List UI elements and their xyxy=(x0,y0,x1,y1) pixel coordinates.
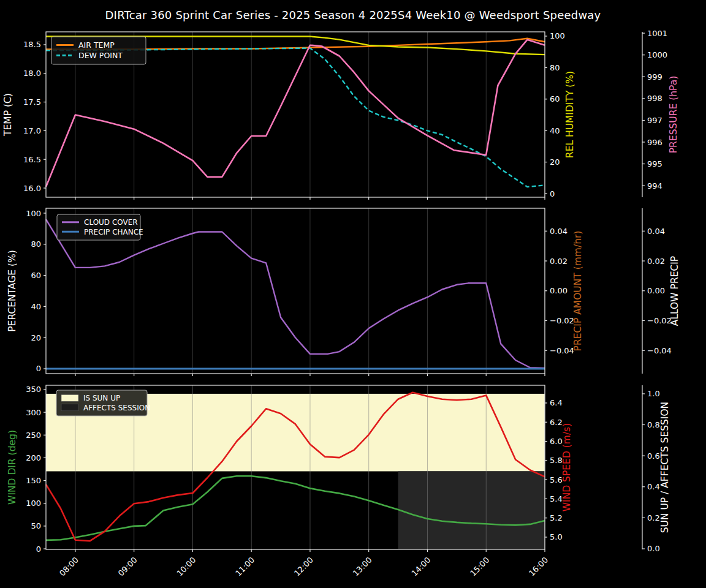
tick-label: 80 xyxy=(550,63,560,72)
legend-label: PRECIP CHANCE xyxy=(84,228,143,236)
x-tick-label: 15:00 xyxy=(468,556,491,578)
tick-label: 40 xyxy=(550,126,560,135)
tick-label: 17.0 xyxy=(23,126,41,135)
tick-label: 100 xyxy=(26,209,41,218)
x-tick-label: 14:00 xyxy=(409,556,432,578)
tick-label: 0.6 xyxy=(647,451,660,461)
legend-label: CLOUD COVER xyxy=(84,218,138,227)
axis-label-left: PERCENTAGE (%) xyxy=(7,250,18,332)
tick-label: 16.0 xyxy=(23,184,41,193)
series-cloud-cover xyxy=(46,219,545,368)
chart-title: DIRTcar 360 Sprint Car Series - 2025 Sea… xyxy=(0,9,706,21)
weather-forecast-figure: DIRTcar 360 Sprint Car Series - 2025 Sea… xyxy=(0,0,706,588)
tick-label: 17.5 xyxy=(23,97,41,107)
tick-label: 5.8 xyxy=(550,456,563,465)
tick-label: 994 xyxy=(647,181,662,190)
tick-label: 60 xyxy=(550,94,560,104)
tick-label: 5.4 xyxy=(550,494,563,503)
tick-label: 50 xyxy=(31,521,41,530)
axis-label-right: WIND SPEED (m/s) xyxy=(561,423,572,511)
tick-label: 5.0 xyxy=(550,532,563,541)
tick-label: 998 xyxy=(647,94,662,103)
x-tick-label: 13:00 xyxy=(351,556,374,578)
axis-label-left: TEMP (C) xyxy=(2,93,13,137)
tick-label: 6.0 xyxy=(550,437,563,446)
legend-label: AFFECTS SESSION xyxy=(83,404,150,412)
tick-label: 16.5 xyxy=(23,155,41,164)
axis-label-right: ALLOW PRECIP xyxy=(669,256,680,326)
series-dew-point xyxy=(46,48,545,187)
tick-label: 0.8 xyxy=(647,420,660,429)
legend-swatch xyxy=(61,404,78,411)
tick-label: 0.04 xyxy=(550,227,567,236)
tick-label: −0.02 xyxy=(550,316,574,325)
tick-label: 100 xyxy=(26,499,41,508)
tick-label: 18.0 xyxy=(23,69,41,78)
tick-label: 1.0 xyxy=(647,389,660,398)
tick-label: 0.4 xyxy=(647,482,660,491)
tick-label: 6.4 xyxy=(550,398,563,407)
tick-label: 0 xyxy=(36,545,41,554)
tick-label: 5.6 xyxy=(550,475,563,484)
axis-label-right: SUN UP / AFFECTS SESSION xyxy=(659,402,670,533)
tick-label: 0.04 xyxy=(647,227,665,236)
legend-precip-panel: CLOUD COVERPRECIP CHANCE xyxy=(57,214,143,240)
axis-label-right: REL HUMIDITY (%) xyxy=(564,71,575,158)
tick-label: 996 xyxy=(647,138,662,147)
tick-label: 300 xyxy=(26,408,41,417)
tick-label: 999 xyxy=(647,72,662,81)
x-tick-label: 08:00 xyxy=(58,556,80,578)
legend-wind-panel: IS SUN UPAFFECTS SESSION xyxy=(56,390,150,416)
tick-label: 0.0 xyxy=(647,544,660,553)
tick-label: −0.04 xyxy=(647,346,672,355)
tick-label: 350 xyxy=(26,385,41,394)
tick-label: 250 xyxy=(26,431,41,440)
legend-temperature-panel: AIR TEMPDEW POINT xyxy=(51,37,146,64)
tick-label: −0.02 xyxy=(647,316,672,325)
x-tick-label: 16:00 xyxy=(527,556,550,578)
x-tick-label: 11:00 xyxy=(233,556,256,578)
chart-canvas: 16.016.517.017.518.018.5TEMP (C)02040608… xyxy=(0,0,706,588)
tick-label: 0 xyxy=(36,364,41,373)
tick-label: 0.00 xyxy=(647,286,665,295)
tick-label: 0.02 xyxy=(647,257,665,266)
tick-label: −0.04 xyxy=(550,346,574,355)
axis-label-left: WIND DIR (deg) xyxy=(7,430,18,505)
tick-label: 0.00 xyxy=(550,286,567,295)
affects-session-band xyxy=(398,471,545,549)
tick-label: 150 xyxy=(26,476,41,485)
tick-label: 1001 xyxy=(647,29,667,38)
tick-label: 200 xyxy=(26,453,41,462)
legend-swatch xyxy=(61,394,78,401)
tick-label: 997 xyxy=(647,116,662,125)
x-tick-label: 09:00 xyxy=(116,556,139,578)
tick-label: 20 xyxy=(31,333,41,342)
tick-label: 6.2 xyxy=(550,418,563,427)
tick-label: 60 xyxy=(31,271,41,280)
tick-label: 20 xyxy=(550,157,560,167)
legend-label: DEW POINT xyxy=(78,51,123,60)
tick-label: 995 xyxy=(647,159,662,168)
tick-label: 18.5 xyxy=(23,40,41,49)
tick-label: 5.2 xyxy=(550,513,563,522)
legend-label: AIR TEMP xyxy=(78,40,115,50)
tick-label: 0 xyxy=(550,189,555,198)
legend-label: IS SUN UP xyxy=(83,394,120,402)
tick-label: 80 xyxy=(31,239,41,249)
axis-label-right: PRESSURE (hPa) xyxy=(668,76,679,154)
x-tick-label: 10:00 xyxy=(175,556,197,578)
x-tick-label: 12:00 xyxy=(292,556,315,578)
tick-label: 0.2 xyxy=(647,513,660,522)
axis-label-right: PRECIP AMOUNT (mm/hr) xyxy=(572,231,583,352)
tick-label: 100 xyxy=(550,31,565,40)
tick-label: 1000 xyxy=(647,50,667,59)
tick-label: 40 xyxy=(31,302,41,311)
tick-label: 0.02 xyxy=(550,257,567,266)
